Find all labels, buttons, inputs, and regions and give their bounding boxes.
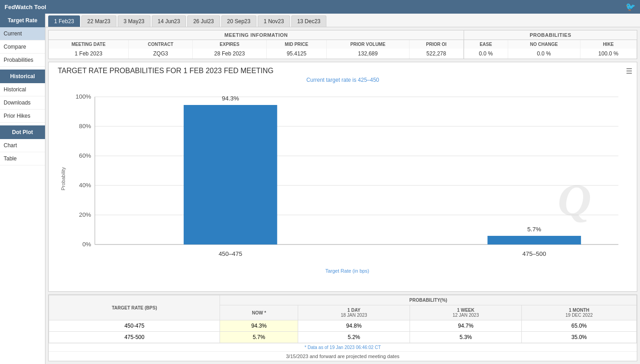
tab-14jun23[interactable]: 14 Jun23 xyxy=(152,15,186,27)
week1-value-2: 5.3% xyxy=(410,332,522,343)
col-target-rate-bps: TARGET RATE (BPS) xyxy=(49,295,220,320)
col-hike: HIKE xyxy=(580,40,636,49)
sidebar-item-chart[interactable]: Chart xyxy=(0,139,45,152)
tab-1nov23[interactable]: 1 Nov23 xyxy=(258,15,290,27)
col-mid-price: MID PRICE xyxy=(266,40,326,49)
col-prior-oi: PRIOR OI xyxy=(409,40,463,49)
mid-price-value: 95.4125 xyxy=(266,49,326,59)
meeting-date-value: 1 Feb 2023 xyxy=(49,49,129,59)
table-row: 450-475 94.3% 94.8% 94.7% 65.0% xyxy=(49,320,637,332)
sidebar-item-prior-hikes[interactable]: Prior Hikes xyxy=(0,110,45,123)
day1-value-2: 5.2% xyxy=(298,332,410,343)
expires-value: 28 Feb 2023 xyxy=(193,49,267,59)
tab-1feb23[interactable]: 1 Feb23 xyxy=(48,15,80,27)
svg-text:0%: 0% xyxy=(82,241,91,248)
sidebar: Target Rate Current Compare Probabilitie… xyxy=(0,14,45,364)
sidebar-item-probabilities[interactable]: Probabilities xyxy=(0,54,45,67)
col-prior-volume: PRIOR VOLUME xyxy=(327,40,410,49)
main-layout: Target Rate Current Compare Probabilitie… xyxy=(0,14,640,364)
week1-value-1: 94.7% xyxy=(410,320,522,332)
table-row: 475-500 5.7% 5.2% 5.3% 35.0% xyxy=(49,332,637,343)
probabilities-box: PROBABILITIES EASE NO CHANGE HIKE 0.0 % … xyxy=(464,30,637,59)
col-expires: EXPIRES xyxy=(193,40,267,49)
rate-value-2: 475-500 xyxy=(49,332,220,343)
bottom-table: TARGET RATE (BPS) PROBABILITY(%) NOW * 1… xyxy=(49,295,637,343)
tab-22mar23[interactable]: 22 Mar23 xyxy=(81,15,116,27)
bar-450-475 xyxy=(184,105,277,244)
chart-subtitle: Current target rate is 425–450 xyxy=(58,77,628,83)
tab-26jul23[interactable]: 26 Jul23 xyxy=(187,15,220,27)
day1-value-1: 94.8% xyxy=(298,320,410,332)
no-change-value: 0.0 % xyxy=(508,49,580,59)
now-value-2: 5.7% xyxy=(220,332,298,343)
col-now: NOW * xyxy=(220,305,298,320)
meeting-info-table: MEETING DATE CONTRACT EXPIRES MID PRICE … xyxy=(49,40,464,59)
x-axis-label: Target Rate (in bps) xyxy=(67,268,628,274)
col-1week: 1 WEEK12 JAN 2023 xyxy=(410,305,522,320)
chart-svg: 100% 80% 60% 40% 20% 0% 94.3% 450–475 xyxy=(67,88,628,265)
col-meeting-date: MEETING DATE xyxy=(49,40,129,49)
col-1month: 1 MONTH19 DEC 2022 xyxy=(522,305,637,320)
svg-text:40%: 40% xyxy=(79,182,91,189)
probabilities-table: EASE NO CHANGE HIKE 0.0 % 0.0 % 100.0 % xyxy=(464,40,637,59)
sidebar-item-current[interactable]: Current xyxy=(0,27,45,40)
app-title: FedWatch Tool xyxy=(5,4,46,10)
top-bar: FedWatch Tool 🐦 xyxy=(0,0,640,14)
sidebar-item-table[interactable]: Table xyxy=(0,152,45,165)
bottom-note: 3/15/2023 and forward are projected meet… xyxy=(49,351,637,361)
chart-wrapper: Probability xyxy=(58,88,628,269)
hike-value: 100.0 % xyxy=(580,49,636,59)
chart-title: TARGET RATE PROBABILITIES FOR 1 FEB 2023… xyxy=(58,67,274,75)
meeting-section: MEETING INFORMATION MEETING DATE CONTRAC… xyxy=(48,30,637,59)
twitter-icon[interactable]: 🐦 xyxy=(625,2,635,12)
meeting-info-header: MEETING INFORMATION xyxy=(49,30,464,40)
sidebar-item-compare[interactable]: Compare xyxy=(0,40,45,54)
chart-inner: 100% 80% 60% 40% 20% 0% 94.3% 450–475 xyxy=(67,88,628,269)
bottom-table-container: TARGET RATE (BPS) PROBABILITY(%) NOW * 1… xyxy=(48,294,637,361)
ease-value: 0.0 % xyxy=(464,49,508,59)
now-value-1: 94.3% xyxy=(220,320,298,332)
col-no-change: NO CHANGE xyxy=(508,40,580,49)
svg-text:80%: 80% xyxy=(79,123,91,130)
col-ease: EASE xyxy=(464,40,508,49)
historical-button[interactable]: Historical xyxy=(0,70,45,83)
rate-value-1: 450-475 xyxy=(49,320,220,332)
chart-menu-icon[interactable]: ☰ xyxy=(626,67,632,75)
svg-text:94.3%: 94.3% xyxy=(222,95,239,102)
prior-oi-value: 522,278 xyxy=(409,49,463,59)
svg-text:5.7%: 5.7% xyxy=(527,226,541,233)
col-contract: CONTRACT xyxy=(129,40,193,49)
tab-20sep23[interactable]: 20 Sep23 xyxy=(221,15,256,27)
meeting-info-box: MEETING INFORMATION MEETING DATE CONTRAC… xyxy=(49,30,464,59)
dot-plot-button[interactable]: Dot Plot xyxy=(0,125,45,139)
tab-3may23[interactable]: 3 May23 xyxy=(118,15,150,27)
bar-475-500 xyxy=(488,236,581,244)
svg-text:60%: 60% xyxy=(79,152,91,159)
sidebar-item-historical[interactable]: Historical xyxy=(0,83,45,96)
svg-text:Q: Q xyxy=(558,175,591,224)
footnote: * Data as of 19 Jan 2023 06:46:02 CT xyxy=(49,343,637,351)
month1-value-2: 35.0% xyxy=(522,332,637,343)
content-area: 1 Feb23 22 Mar23 3 May23 14 Jun23 26 Jul… xyxy=(45,14,640,364)
y-axis-label: Probability xyxy=(58,88,67,269)
target-rate-button[interactable]: Target Rate xyxy=(0,14,45,27)
svg-text:450–475: 450–475 xyxy=(219,250,242,257)
svg-text:475–500: 475–500 xyxy=(522,250,546,257)
tab-bar: 1 Feb23 22 Mar23 3 May23 14 Jun23 26 Jul… xyxy=(45,14,640,27)
svg-text:100%: 100% xyxy=(75,93,91,100)
svg-text:20%: 20% xyxy=(79,211,91,218)
prior-volume-value: 132,689 xyxy=(327,49,410,59)
chart-container: TARGET RATE PROBABILITIES FOR 1 FEB 2023… xyxy=(48,62,637,292)
tab-13dec23[interactable]: 13 Dec23 xyxy=(291,15,326,27)
probability-header: PROBABILITY(%) xyxy=(220,295,637,305)
contract-value: ZQG3 xyxy=(129,49,193,59)
month1-value-1: 65.0% xyxy=(522,320,637,332)
sidebar-item-downloads[interactable]: Downloads xyxy=(0,96,45,110)
probabilities-header: PROBABILITIES xyxy=(464,30,637,40)
col-1day: 1 DAY18 JAN 2023 xyxy=(298,305,410,320)
